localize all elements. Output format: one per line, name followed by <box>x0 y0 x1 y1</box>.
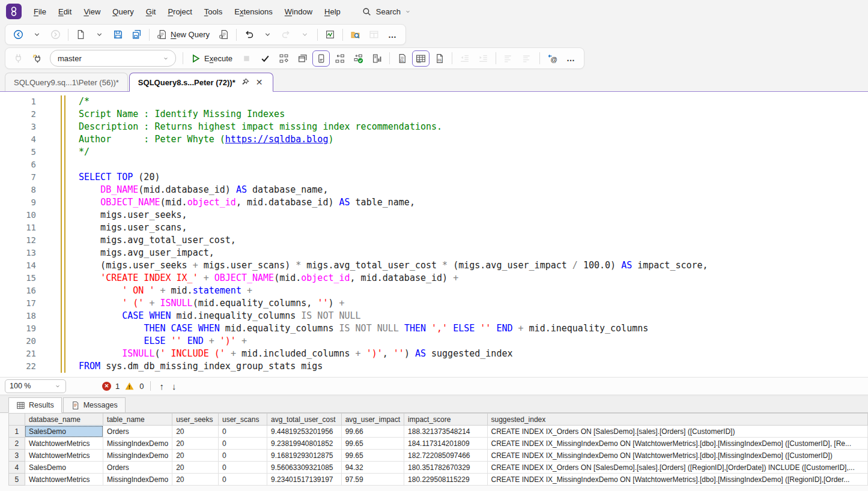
template-parameters-button[interactable]: @ <box>544 50 561 67</box>
menu-item-edit[interactable]: Edit <box>52 5 77 19</box>
grid-cell[interactable]: 9.44819253201956 <box>267 426 342 438</box>
grid-cell[interactable]: Orders <box>103 462 172 474</box>
previous-issue-button[interactable]: ↑ <box>157 381 166 391</box>
intellisense-enabled-button[interactable] <box>312 50 330 67</box>
toolbar-overflow-button[interactable]: … <box>384 26 401 43</box>
code-line[interactable]: 11 migs.user_scans, <box>0 221 868 234</box>
column-header-suggested_index[interactable]: suggested_index <box>487 414 867 426</box>
column-header-avg_user_impact[interactable]: avg_user_impact <box>341 414 404 426</box>
menu-item-help[interactable]: Help <box>318 5 347 19</box>
include-live-statistics-button[interactable] <box>350 50 367 67</box>
code-line[interactable]: 17 ' (' + ISNULL(mid.equality_columns, '… <box>0 297 868 310</box>
grid-cell[interactable]: 9.23401517139197 <box>267 474 342 486</box>
grid-cell[interactable]: 9.56063309321085 <box>267 462 342 474</box>
menu-item-file[interactable]: File <box>28 5 52 19</box>
grid-cell[interactable]: WatchtowerMetrics <box>25 438 103 450</box>
code-line[interactable]: 4Author : Peter Whyte (https://sqldba.bl… <box>0 133 868 146</box>
row-number[interactable]: 3 <box>9 450 25 462</box>
new-file-button[interactable] <box>72 26 90 43</box>
database-selector[interactable]: master <box>50 50 176 67</box>
grid-cell[interactable]: WatchtowerMetrics <box>25 474 103 486</box>
column-header-user_scans[interactable]: user_scans <box>219 414 267 426</box>
toolbar-overflow-button[interactable]: … <box>562 50 580 67</box>
code-line[interactable]: 22FROM sys.dm_db_missing_index_group_sta… <box>0 360 868 373</box>
grid-cell[interactable]: 0 <box>219 426 267 438</box>
row-number[interactable]: 4 <box>9 462 25 474</box>
grid-cell[interactable]: 99.65 <box>341 450 404 462</box>
include-actual-plan-button[interactable] <box>331 50 348 67</box>
grid-cell[interactable]: 20 <box>172 426 219 438</box>
grid-cell[interactable]: CREATE INDEX IX_MissingIndexDemo ON [Wat… <box>487 438 867 450</box>
error-icon[interactable]: ✕ <box>102 382 111 391</box>
warning-icon[interactable] <box>124 381 135 392</box>
grid-cell[interactable]: 20 <box>172 462 219 474</box>
grid-cell[interactable]: CREATE INDEX IX_MissingIndexDemo ON [Wat… <box>487 474 867 486</box>
results-to-text-button[interactable]: 01 <box>393 50 411 67</box>
error-count[interactable]: 1 <box>115 382 120 391</box>
pin-icon[interactable] <box>240 77 250 87</box>
code-line[interactable]: 21 ISNULL(' INCLUDE (' + mid.included_co… <box>0 348 868 360</box>
code-line[interactable]: 20 ELSE '' END + ')' + <box>0 335 868 348</box>
grid-cell[interactable]: 99.65 <box>341 438 404 450</box>
grid-cell[interactable]: 182.722085097466 <box>404 450 487 462</box>
menu-item-query[interactable]: Query <box>106 5 139 19</box>
code-line[interactable]: 10 migs.user_seeks, <box>0 209 868 221</box>
code-line[interactable]: 13 migs.avg_user_impact, <box>0 247 868 259</box>
code-line[interactable]: 7SELECT TOP (20) <box>0 171 868 184</box>
code-line[interactable]: 19 THEN CASE WHEN mid.equality_columns I… <box>0 322 868 335</box>
column-header-user_seeks[interactable]: user_seeks <box>172 414 219 426</box>
code-line[interactable]: 9 OBJECT_NAME(mid.object_id, mid.databas… <box>0 196 868 209</box>
grid-cell[interactable]: WatchtowerMetrics <box>25 450 103 462</box>
code-line[interactable]: 6 <box>0 158 868 171</box>
document-tab-2[interactable]: SQLQuery8.s...Peter (72))*✕ <box>129 73 273 92</box>
menu-item-view[interactable]: View <box>77 5 106 19</box>
change-connection-button[interactable] <box>28 50 46 67</box>
grid-cell[interactable]: 20 <box>172 438 219 450</box>
grid-cell[interactable]: 20 <box>172 474 219 486</box>
grid-cell[interactable]: SalesDemo <box>25 462 103 474</box>
navigate-back-dropdown-button[interactable] <box>28 26 46 43</box>
activity-monitor-button[interactable] <box>321 26 339 43</box>
code-line[interactable]: 18 CASE WHEN mid.inequality_columns IS N… <box>0 310 868 322</box>
grid-cell[interactable]: CREATE INDEX IX_Orders ON [SalesDemo].[s… <box>487 462 867 474</box>
editor-pane[interactable]: 1/*2Script Name : Identify Missing Index… <box>0 92 868 377</box>
grid-cell[interactable]: 99.66 <box>341 426 404 438</box>
grid-cell[interactable]: 188.321373548214 <box>404 426 487 438</box>
grid-cell[interactable]: CREATE INDEX IX_Orders ON [SalesDemo].[s… <box>487 426 867 438</box>
grid-cell[interactable]: 94.32 <box>341 462 404 474</box>
grid-corner-header[interactable] <box>9 414 25 426</box>
grid-cell[interactable]: 9.23819940801852 <box>267 438 342 450</box>
parse-button[interactable] <box>256 50 274 67</box>
grid-cell[interactable]: MissingIndexDemo <box>103 450 172 462</box>
grid-cell[interactable]: CREATE INDEX IX_MissingIndexDemo ON [Wat… <box>487 450 867 462</box>
display-estimated-plan-button[interactable] <box>275 50 293 67</box>
results-tab-messages[interactable]: Messages <box>63 397 126 412</box>
menu-item-window[interactable]: Window <box>279 5 318 19</box>
grid-cell[interactable]: 180.229508115229 <box>404 474 487 486</box>
code-line[interactable]: 5*/ <box>0 146 868 158</box>
grid-cell[interactable]: MissingIndexDemo <box>103 438 172 450</box>
code-line[interactable]: 8 DB_NAME(mid.database_id) AS database_n… <box>0 184 868 196</box>
code-line[interactable]: 12 migs.avg_total_user_cost, <box>0 234 868 247</box>
results-to-file-button[interactable]: 01 <box>431 50 448 67</box>
row-number[interactable]: 2 <box>9 438 25 450</box>
column-header-database_name[interactable]: database_name <box>25 414 103 426</box>
column-header-avg_total_user_cost[interactable]: avg_total_user_cost <box>267 414 342 426</box>
code-editor[interactable]: 1/*2Script Name : Identify Missing Index… <box>0 95 868 373</box>
search-control[interactable]: Search <box>356 4 416 20</box>
code-line[interactable]: 14 (migs.user_seeks + migs.user_scans) *… <box>0 259 868 272</box>
grid-cell[interactable]: 180.351782670329 <box>404 462 487 474</box>
grid-cell[interactable]: 97.59 <box>341 474 404 486</box>
menu-item-git[interactable]: Git <box>140 5 162 19</box>
menu-item-tools[interactable]: Tools <box>198 5 228 19</box>
results-to-grid-button[interactable]: 01 <box>412 50 429 67</box>
menu-item-extensions[interactable]: Extensions <box>228 5 279 19</box>
new-query-button[interactable]: New Query <box>153 26 214 43</box>
execute-button[interactable]: Execute <box>187 50 237 67</box>
object-explorer-search-button[interactable] <box>347 26 364 43</box>
code-line[interactable]: 16 ' ON ' + mid.statement + <box>0 285 868 297</box>
warning-count[interactable]: 0 <box>139 382 144 391</box>
undo-button[interactable] <box>240 26 258 43</box>
menu-item-project[interactable]: Project <box>162 5 198 19</box>
column-header-impact_score[interactable]: impact_score <box>404 414 487 426</box>
